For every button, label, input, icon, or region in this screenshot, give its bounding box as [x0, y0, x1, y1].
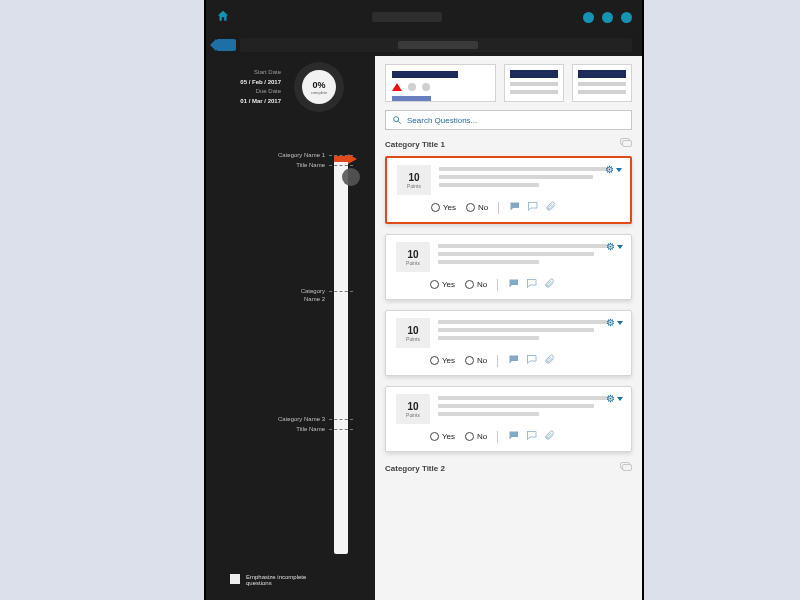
comment-outline-icon[interactable]	[527, 201, 539, 214]
sidebar: Start Date 05 / Feb / 2017 Due Date 01 /…	[206, 56, 375, 600]
comment-filled-icon[interactable]	[508, 430, 520, 443]
minimap-track[interactable]	[334, 156, 348, 554]
content-panel: Category Title 1 ⚙ 10 Points	[375, 56, 642, 600]
header-cards	[375, 56, 642, 110]
attachment-icon[interactable]	[545, 201, 557, 214]
status-icon	[408, 83, 416, 91]
answer-yes[interactable]: Yes	[430, 356, 455, 365]
top-bar	[206, 0, 642, 34]
gear-icon[interactable]: ⚙	[606, 393, 623, 404]
progress-percent: 0%	[312, 80, 325, 90]
due-date-value: 01 / Mar / 2017	[226, 97, 281, 107]
minimap-label: CategoryName 2	[301, 288, 325, 304]
minimap-label: Category Name 3	[278, 416, 325, 424]
gear-icon[interactable]: ⚙	[605, 164, 622, 175]
summary-mini-card[interactable]	[504, 64, 564, 102]
progress-ring: 0% complete	[294, 62, 344, 112]
summary-mini-card[interactable]	[572, 64, 632, 102]
gear-icon[interactable]: ⚙	[606, 241, 623, 252]
home-icon[interactable]	[216, 9, 230, 26]
due-date-label: Due Date	[256, 88, 281, 94]
checkbox-icon[interactable]	[230, 574, 240, 584]
search-field[interactable]	[385, 110, 632, 130]
gear-icon[interactable]: ⚙	[606, 317, 623, 328]
title-placeholder	[372, 12, 442, 22]
comment-outline-icon[interactable]	[526, 430, 538, 443]
search-icon	[392, 111, 402, 129]
subtitle-placeholder	[398, 41, 478, 49]
alert-icon	[392, 83, 402, 91]
attachment-icon[interactable]	[544, 354, 556, 367]
minimap-label: Category Name 1	[278, 152, 325, 160]
status-dot[interactable]	[602, 12, 613, 23]
question-text-placeholder	[439, 165, 620, 195]
category-header: Category Title 1	[385, 138, 632, 150]
category-title: Category Title 2	[385, 464, 445, 473]
status-dots	[583, 12, 632, 23]
minimap-knob[interactable]	[342, 168, 360, 186]
category-header: Category Title 2	[385, 462, 632, 474]
sub-bar	[206, 34, 642, 56]
answer-no[interactable]: No	[465, 432, 487, 441]
answer-yes[interactable]: Yes	[431, 203, 456, 212]
device-frame: Start Date 05 / Feb / 2017 Due Date 01 /…	[204, 0, 644, 600]
comment-filled-icon[interactable]	[509, 201, 521, 214]
answer-no[interactable]: No	[466, 203, 488, 212]
status-dot[interactable]	[621, 12, 632, 23]
chat-icon[interactable]	[620, 462, 632, 474]
minimap-sublabel: Title Name	[296, 162, 325, 170]
search-input[interactable]	[407, 116, 625, 125]
app-stage: Start Date 05 / Feb / 2017 Due Date 01 /…	[0, 0, 800, 600]
question-card[interactable]: ⚙ 10 Points Yes No	[385, 156, 632, 224]
summary-card[interactable]	[385, 64, 496, 102]
minimap-sublabel: Title Name	[296, 426, 325, 434]
question-card[interactable]: ⚙ 10Points Yes No	[385, 310, 632, 376]
answer-yes[interactable]: Yes	[430, 432, 455, 441]
svg-line-1	[398, 121, 401, 124]
chevron-down-icon	[616, 168, 622, 172]
category-title: Category Title 1	[385, 140, 445, 149]
comment-filled-icon[interactable]	[508, 278, 520, 291]
minimap-marker[interactable]	[334, 156, 348, 162]
date-block: Start Date 05 / Feb / 2017 Due Date 01 /…	[226, 68, 281, 106]
progress-sublabel: complete	[311, 90, 327, 95]
status-dot[interactable]	[583, 12, 594, 23]
start-date-label: Start Date	[254, 69, 281, 75]
chat-icon[interactable]	[620, 138, 632, 150]
start-date-value: 05 / Feb / 2017	[226, 78, 281, 88]
attachment-icon[interactable]	[544, 430, 556, 443]
back-button[interactable]	[216, 39, 236, 51]
svg-point-0	[394, 117, 399, 122]
emphasize-toggle[interactable]: Emphasize incomplete questions	[230, 574, 306, 586]
question-card[interactable]: ⚙ 10Points Yes No	[385, 234, 632, 300]
comment-filled-icon[interactable]	[508, 354, 520, 367]
answer-no[interactable]: No	[465, 280, 487, 289]
attachment-icon[interactable]	[544, 278, 556, 291]
points-box: 10 Points	[397, 165, 431, 195]
svg-rect-3	[623, 141, 632, 147]
comment-outline-icon[interactable]	[526, 354, 538, 367]
answer-no[interactable]: No	[465, 356, 487, 365]
comment-outline-icon[interactable]	[526, 278, 538, 291]
svg-rect-5	[623, 465, 632, 471]
status-icon	[422, 83, 430, 91]
question-card[interactable]: ⚙ 10Points Yes No	[385, 386, 632, 452]
answer-yes[interactable]: Yes	[430, 280, 455, 289]
